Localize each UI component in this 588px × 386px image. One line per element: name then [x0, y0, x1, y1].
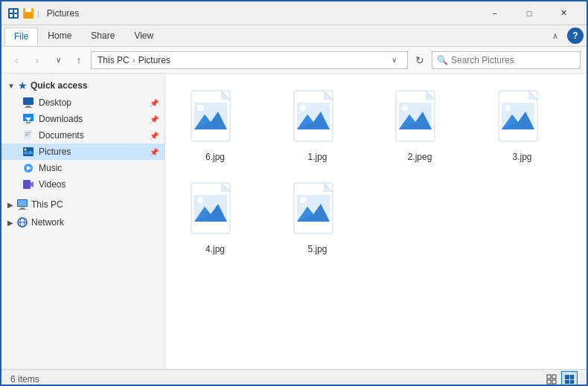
- sidebar-item-pictures[interactable]: Pictures 📌: [1, 144, 164, 160]
- forward-button[interactable]: ›: [28, 51, 46, 69]
- sidebar-item-documents[interactable]: Documents 📌: [1, 127, 164, 144]
- file-icon-4: [188, 181, 242, 241]
- file-icon-3: [496, 89, 549, 149]
- maximize-button[interactable]: □: [512, 1, 546, 25]
- tab-home[interactable]: Home: [38, 27, 81, 45]
- network-header[interactable]: ▶ Network: [1, 213, 164, 231]
- music-icon: [22, 162, 34, 174]
- file-item-1[interactable]: 1.jpg: [277, 83, 359, 169]
- dropdown-nav-button[interactable]: ∨: [49, 51, 67, 69]
- network-label: Network: [31, 217, 64, 228]
- svg-rect-23: [23, 180, 31, 189]
- file-item-3[interactable]: 3.jpg: [482, 83, 563, 169]
- sidebar-label-documents: Documents: [39, 130, 145, 141]
- svg-rect-79: [565, 375, 569, 379]
- quick-access-header[interactable]: ▼ ★ Quick access: [1, 77, 164, 94]
- network-icon: [16, 216, 28, 228]
- sidebar-item-desktop[interactable]: Desktop 📌: [1, 94, 164, 111]
- svg-rect-78: [552, 380, 556, 384]
- sidebar-label-pictures: Pictures: [39, 147, 145, 157]
- view-buttons: [543, 371, 578, 387]
- svg-rect-76: [552, 375, 556, 379]
- view-grid-button[interactable]: [543, 371, 560, 387]
- svg-rect-26: [18, 200, 27, 206]
- svg-rect-10: [25, 107, 32, 108]
- svg-rect-7: [25, 13, 32, 19]
- svg-point-74: [300, 197, 306, 203]
- tab-share[interactable]: Share: [81, 27, 124, 45]
- sidebar-item-music[interactable]: Music: [1, 160, 164, 176]
- up-button[interactable]: ↑: [70, 51, 88, 69]
- close-button[interactable]: ✕: [546, 1, 581, 25]
- file-item-5[interactable]: 5.jpg: [277, 175, 359, 261]
- file-item-4[interactable]: 4.jpg: [174, 175, 256, 261]
- tab-view[interactable]: View: [124, 27, 163, 45]
- search-icon: 🔍: [437, 55, 448, 65]
- tab-file[interactable]: File: [4, 28, 38, 45]
- svg-marker-18: [30, 130, 33, 133]
- file-item-2[interactable]: 2.jpeg: [379, 83, 461, 169]
- quick-access-arrow: ▼: [7, 82, 15, 90]
- address-path[interactable]: This PC › Pictures ∨: [91, 51, 408, 69]
- path-part-thispc: This PC: [98, 55, 130, 65]
- svg-rect-28: [19, 209, 26, 210]
- this-pc-arrow: ▶: [7, 201, 13, 209]
- save-icon[interactable]: [22, 7, 34, 19]
- svg-rect-13: [26, 122, 31, 123]
- quick-access-star-icon: ★: [18, 80, 28, 91]
- sidebar-label-downloads: Downloads: [39, 114, 145, 124]
- search-input[interactable]: [451, 55, 575, 65]
- ribbon-tabs: File Home Share View ∧ ?: [1, 25, 587, 46]
- view-large-icons-button[interactable]: [561, 371, 578, 387]
- collapse-ribbon-button[interactable]: ∧: [546, 27, 564, 45]
- ribbon: File Home Share View ∧ ?: [1, 25, 587, 47]
- search-box[interactable]: 🔍: [432, 51, 581, 69]
- sidebar-label-desktop: Desktop: [39, 97, 145, 108]
- titlebar-title: Pictures: [47, 8, 79, 19]
- svg-rect-15: [25, 132, 30, 133]
- desktop-icon: [22, 97, 34, 109]
- file-icon-0: [188, 89, 242, 149]
- minimize-button[interactable]: −: [478, 1, 512, 25]
- status-bar: 6 items: [1, 369, 587, 386]
- pin-icon-pictures: 📌: [150, 148, 159, 156]
- content-area: 6.jpg 1.jpg: [165, 74, 587, 369]
- svg-rect-81: [565, 380, 569, 384]
- svg-rect-9: [26, 106, 31, 107]
- videos-icon: [22, 178, 34, 190]
- title-bar-left: | Pictures: [7, 7, 478, 19]
- main-layout: ▼ ★ Quick access Desktop 📌: [1, 74, 587, 369]
- help-button[interactable]: ?: [567, 28, 584, 44]
- file-icon-2: [393, 89, 447, 149]
- svg-rect-75: [547, 375, 551, 379]
- file-icon-1: [291, 89, 345, 149]
- sidebar-item-downloads[interactable]: Downloads 📌: [1, 111, 164, 127]
- file-label-5: 5.jpg: [307, 244, 327, 254]
- pin-icon-downloads: 📌: [150, 115, 159, 123]
- back-button[interactable]: ‹: [7, 51, 25, 69]
- pin-icon-desktop: 📌: [150, 99, 159, 107]
- downloads-icon: [22, 113, 34, 125]
- svg-point-60: [505, 105, 511, 111]
- svg-rect-1: [10, 10, 13, 13]
- svg-marker-24: [31, 181, 33, 187]
- file-label-4: 4.jpg: [205, 244, 225, 254]
- title-bar-separator: |: [37, 9, 39, 18]
- svg-rect-8: [23, 97, 33, 105]
- svg-rect-16: [25, 134, 30, 135]
- pin-icon-documents: 📌: [150, 132, 159, 140]
- svg-point-46: [300, 105, 306, 111]
- svg-point-21: [25, 149, 27, 151]
- file-item-0[interactable]: 6.jpg: [174, 83, 256, 169]
- svg-rect-82: [570, 380, 574, 384]
- path-dropdown-button[interactable]: ∨: [386, 53, 401, 68]
- item-count: 6 items: [10, 374, 39, 385]
- sidebar-item-videos[interactable]: Videos: [1, 176, 164, 193]
- sidebar: ▼ ★ Quick access Desktop 📌: [1, 74, 165, 369]
- this-pc-header[interactable]: ▶ This PC: [1, 196, 164, 213]
- svg-point-39: [197, 105, 203, 111]
- refresh-button[interactable]: ↻: [411, 51, 429, 69]
- svg-rect-2: [14, 10, 17, 13]
- file-label-3: 3.jpg: [512, 152, 531, 162]
- svg-rect-3: [10, 14, 13, 17]
